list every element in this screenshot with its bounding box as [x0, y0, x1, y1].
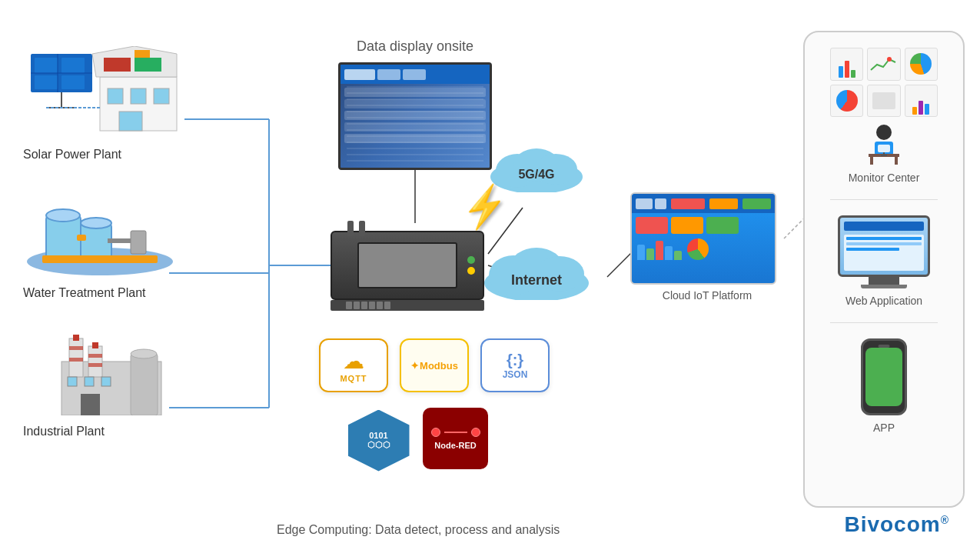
divider-2	[830, 322, 938, 323]
iot-platform-content	[632, 213, 775, 264]
web-app-label: Web Application	[845, 295, 922, 307]
edge-computing-label: Edge Computing: Data detect, process and…	[277, 523, 560, 537]
json-protocol-icon: {:} JSON	[480, 338, 550, 392]
svg-rect-67	[870, 157, 873, 165]
svg-rect-40	[73, 335, 79, 341]
json-braces-icon: {:}	[507, 352, 523, 369]
gateway-screen	[357, 242, 457, 288]
json-label: JSON	[503, 369, 528, 380]
bivocom-text: Bivocom	[844, 512, 940, 536]
svg-point-63	[887, 57, 892, 62]
svg-rect-50	[85, 377, 94, 386]
svg-rect-24	[154, 88, 169, 104]
water-plant-label: Water Treatment Plant	[23, 286, 208, 300]
monitor-cell-6	[905, 85, 938, 118]
svg-rect-20	[135, 58, 161, 72]
svg-rect-46	[88, 363, 102, 367]
app-label: APP	[873, 422, 895, 434]
iot-nav-item	[636, 198, 653, 209]
svg-point-31	[46, 209, 80, 222]
iot-platform-label: Cloud IoT Platform	[630, 289, 784, 302]
iot-screen-header	[632, 194, 775, 213]
monitor-base	[861, 285, 907, 288]
svg-point-33	[81, 218, 111, 228]
iot-card-orange	[671, 217, 703, 234]
svg-text:Internet: Internet	[511, 272, 562, 288]
svg-rect-14	[61, 75, 85, 89]
bivocom-reg-symbol: ®	[941, 514, 949, 526]
svg-rect-43	[69, 346, 83, 350]
mqtt-label: MQTT	[340, 374, 367, 383]
gateway-antenna-2	[359, 221, 365, 236]
nodered-dots	[431, 428, 480, 437]
svg-rect-69	[878, 145, 890, 152]
svg-rect-49	[68, 377, 77, 386]
left-column: Solar Power Plant Water Treatment Plant	[23, 31, 208, 469]
diagram-container: Solar Power Plant Water Treatment Plant	[0, 0, 980, 560]
data-display-area: Data display onsite	[338, 38, 492, 170]
mqtt-cloud-icon: ☁	[343, 348, 364, 374]
monitor-cell-2	[867, 48, 900, 81]
gateway-device-icon	[331, 231, 484, 300]
svg-rect-37	[42, 255, 158, 263]
svg-rect-36	[131, 231, 146, 254]
binary-protocol-icon: 0101⬡⬡⬡	[346, 408, 411, 473]
nodered-protocol-icon: Node-RED	[423, 408, 488, 469]
monitor-center-label: Monitor Center	[849, 172, 920, 184]
monitor-cell-1	[830, 48, 863, 81]
svg-rect-41	[88, 346, 102, 377]
protocol-icons-row2: 0101⬡⬡⬡ Node-RED	[346, 408, 488, 473]
nodered-dot-1	[431, 428, 440, 437]
svg-rect-34	[77, 235, 86, 241]
svg-rect-19	[104, 58, 131, 72]
modbus-protocol-icon: ✦ Modbus	[400, 338, 469, 392]
nodered-dot-2	[471, 428, 480, 437]
svg-text:5G/4G: 5G/4G	[518, 168, 554, 181]
display-device-icon	[338, 62, 492, 170]
monitor-desktop-icon	[838, 215, 930, 288]
phone-icon	[861, 338, 907, 415]
iot-platform-area: Cloud IoT Platform	[630, 192, 784, 302]
monitor-screen	[838, 215, 930, 277]
svg-rect-45	[88, 354, 102, 358]
svg-rect-30	[46, 215, 81, 262]
iot-pie-chart	[687, 238, 709, 260]
hex-background: 0101⬡⬡⬡	[348, 410, 410, 472]
svg-rect-12	[61, 58, 85, 73]
cloud-internet-svg: Internet	[475, 238, 598, 300]
monitor-cell-5	[867, 85, 900, 118]
solar-plant-label: Solar Power Plant	[23, 148, 208, 162]
iot-card-red	[636, 217, 668, 234]
iot-card-green	[706, 217, 739, 234]
svg-rect-21	[135, 50, 150, 58]
industrial-plant-icon	[23, 331, 177, 415]
svg-rect-70	[883, 152, 885, 155]
gateway-ports	[331, 300, 484, 311]
svg-point-64	[876, 125, 892, 140]
iot-nav-item-2	[655, 198, 666, 209]
nodered-line	[444, 432, 467, 433]
gateway-antenna	[347, 221, 354, 236]
svg-point-48	[131, 349, 157, 358]
svg-rect-23	[131, 88, 146, 104]
svg-rect-47	[131, 354, 158, 415]
phone-screen	[865, 348, 902, 406]
iot-platform-screen	[630, 192, 776, 285]
binary-text: 0101⬡⬡⬡	[367, 431, 390, 450]
monitor-cell-3	[905, 48, 938, 81]
nodered-label: Node-RED	[434, 441, 476, 450]
app-section: APP	[861, 338, 907, 434]
protocol-icons-row1: ☁ MQTT ✦ Modbus {:} JSON	[319, 338, 550, 392]
bivocom-brand: Bivocom®	[844, 512, 949, 537]
right-panel: Monitor Center Web Application	[803, 31, 965, 508]
monitor-center-section: Monitor Center	[830, 48, 938, 184]
modbus-logo: ✦ Modbus	[410, 360, 458, 372]
web-app-section: Web Application	[838, 215, 930, 307]
industrial-plant-label: Industrial Plant	[23, 425, 208, 438]
mqtt-protocol-icon: ☁ MQTT	[319, 338, 388, 392]
svg-rect-22	[108, 88, 123, 104]
svg-rect-44	[69, 358, 83, 362]
industrial-plant-item: Industrial Plant	[23, 331, 208, 438]
water-plant-icon	[23, 192, 177, 277]
svg-rect-52	[81, 394, 100, 415]
